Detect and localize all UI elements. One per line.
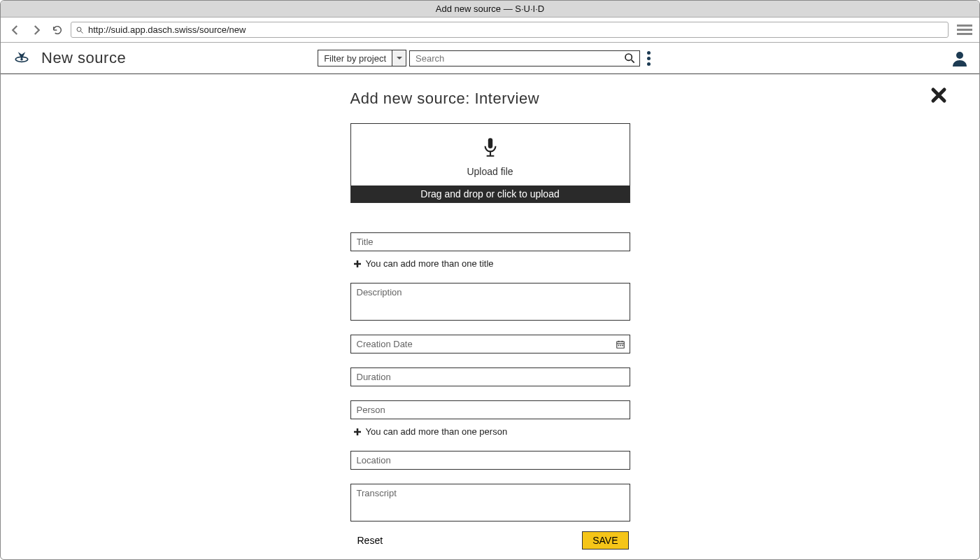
window-title: Add new source — S·U·I·D bbox=[436, 4, 544, 14]
svg-rect-10 bbox=[616, 341, 624, 347]
search-box[interactable] bbox=[409, 50, 640, 66]
upload-hint: Drag and drop or click to upload bbox=[351, 186, 630, 202]
user-icon[interactable] bbox=[951, 50, 968, 66]
url-input[interactable] bbox=[88, 24, 944, 35]
nav-back-icon[interactable] bbox=[8, 22, 23, 38]
calendar-icon[interactable] bbox=[616, 340, 625, 349]
svg-rect-16 bbox=[622, 344, 623, 346]
description-field[interactable] bbox=[350, 283, 630, 321]
browser-navbar bbox=[1, 18, 979, 43]
svg-rect-14 bbox=[618, 344, 619, 346]
transcript-field[interactable] bbox=[350, 484, 630, 522]
search-input[interactable] bbox=[410, 51, 620, 66]
creation-date-input[interactable] bbox=[351, 335, 630, 353]
filter-dropdown[interactable]: Filter by project bbox=[318, 50, 406, 66]
location-input[interactable] bbox=[351, 451, 630, 469]
upload-label: Upload file bbox=[351, 166, 630, 177]
plus-icon bbox=[353, 260, 362, 268]
svg-point-0 bbox=[77, 27, 81, 31]
description-input[interactable] bbox=[351, 284, 630, 317]
title-field[interactable] bbox=[350, 232, 630, 251]
app-header: New source Filter by project bbox=[1, 43, 979, 74]
svg-point-3 bbox=[20, 58, 23, 61]
transcript-input[interactable] bbox=[351, 484, 630, 518]
close-icon[interactable] bbox=[930, 87, 947, 104]
title-hint-text: You can add more than one title bbox=[366, 258, 494, 269]
search-icon[interactable] bbox=[620, 52, 639, 64]
microphone-icon bbox=[481, 136, 499, 159]
person-field[interactable] bbox=[350, 400, 630, 419]
page-title: New source bbox=[41, 49, 126, 67]
person-input[interactable] bbox=[351, 401, 630, 419]
form-heading: Add new source: Interview bbox=[350, 90, 630, 108]
window-titlebar: Add new source — S·U·I·D bbox=[1, 1, 979, 18]
svg-point-4 bbox=[625, 54, 632, 60]
duration-field[interactable] bbox=[350, 368, 630, 386]
url-bar[interactable] bbox=[71, 22, 949, 38]
svg-rect-7 bbox=[488, 138, 492, 148]
nav-forward-icon[interactable] bbox=[29, 22, 44, 38]
app-logo-icon bbox=[12, 48, 31, 68]
reset-button[interactable]: Reset bbox=[352, 532, 389, 549]
hamburger-icon[interactable] bbox=[957, 24, 972, 35]
title-input[interactable] bbox=[351, 233, 630, 251]
upload-dropzone[interactable]: Upload file Drag and drop or click to up… bbox=[350, 123, 630, 203]
creation-date-field[interactable] bbox=[350, 335, 630, 354]
plus-icon bbox=[353, 428, 362, 436]
filter-label: Filter by project bbox=[318, 51, 392, 66]
add-person-hint[interactable]: You can add more than one person bbox=[353, 426, 630, 437]
save-button[interactable]: SAVE bbox=[582, 531, 628, 550]
nav-reload-icon[interactable] bbox=[50, 22, 65, 38]
svg-line-5 bbox=[632, 60, 634, 63]
person-hint-text: You can add more than one person bbox=[366, 426, 508, 437]
chevron-down-icon bbox=[392, 50, 406, 66]
magnify-icon bbox=[76, 26, 84, 34]
svg-point-6 bbox=[956, 52, 963, 59]
duration-input[interactable] bbox=[351, 368, 630, 386]
svg-line-1 bbox=[81, 31, 83, 33]
location-field[interactable] bbox=[350, 451, 630, 470]
add-title-hint[interactable]: You can add more than one title bbox=[353, 258, 630, 269]
svg-rect-15 bbox=[620, 344, 621, 346]
kebab-menu-icon[interactable] bbox=[647, 51, 651, 66]
